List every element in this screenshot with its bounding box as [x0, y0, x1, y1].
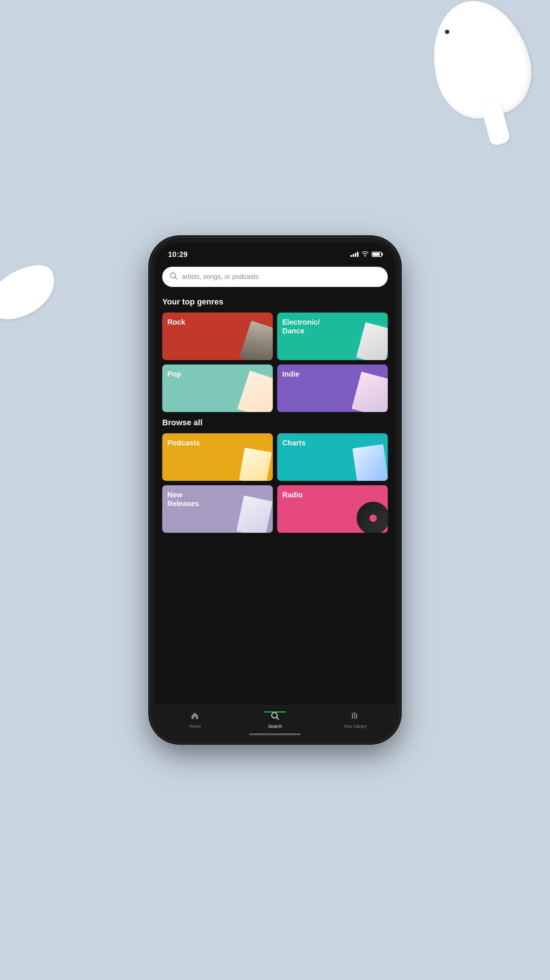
screen-content[interactable]: artists, songs, or podcasts Your top gen…	[155, 261, 395, 738]
genre-art-rock	[239, 321, 273, 360]
genre-label-rock: Rock	[167, 318, 185, 326]
svg-line-3	[276, 717, 279, 719]
genre-art-electronic	[356, 322, 388, 360]
search-bar-container: artists, songs, or podcasts	[155, 261, 395, 294]
svg-rect-6	[356, 714, 357, 719]
genre-label-electronic: Electronic/Dance	[282, 318, 320, 335]
genre-card-rock[interactable]: Rock	[162, 312, 273, 360]
browse-label-new-releases: NewReleases	[167, 490, 199, 508]
browse-card-charts[interactable]: Charts	[277, 433, 388, 481]
genre-grid: Rock Electronic/Dance Pop Indie	[155, 312, 395, 415]
browse-art-charts	[352, 444, 388, 481]
status-time: 10:29	[168, 250, 188, 259]
genre-card-electronic[interactable]: Electronic/Dance	[277, 312, 388, 360]
genre-card-pop[interactable]: Pop	[162, 364, 273, 412]
nav-label-library: Your Library	[343, 724, 367, 729]
top-genres-title: Your top genres	[155, 294, 395, 312]
home-icon	[190, 711, 199, 722]
svg-line-1	[175, 277, 177, 280]
browse-label-podcasts: Podcasts	[167, 438, 200, 447]
status-icons	[351, 251, 382, 258]
airpod-left	[0, 255, 65, 330]
genre-label-pop: Pop	[167, 370, 181, 379]
browse-all-title: Browse all	[155, 415, 395, 433]
browse-card-radio[interactable]: Radio	[277, 485, 388, 533]
phone-screen: 10:29	[155, 242, 395, 738]
phone-frame: 10:29	[150, 237, 400, 743]
search-bar[interactable]: artists, songs, or podcasts	[162, 267, 388, 287]
genre-label-indie: Indie	[282, 370, 300, 379]
airpod-top-right	[419, 0, 542, 127]
nav-item-search[interactable]: Search	[235, 711, 315, 729]
nav-item-home[interactable]: Home	[155, 711, 235, 729]
browse-label-radio: Radio	[282, 490, 303, 499]
search-icon	[169, 272, 178, 282]
nav-label-search: Search	[268, 724, 282, 729]
genre-card-indie[interactable]: Indie	[277, 364, 388, 412]
browse-art-podcasts	[239, 447, 272, 481]
svg-rect-4	[352, 713, 353, 719]
nav-label-home: Home	[189, 724, 201, 729]
genre-art-indie	[352, 371, 388, 412]
browse-art-radio	[355, 500, 388, 533]
svg-rect-5	[354, 712, 355, 719]
home-indicator	[249, 733, 301, 735]
nav-active-indicator	[264, 711, 286, 713]
genre-art-pop	[237, 371, 273, 412]
browse-art-new-releases	[236, 495, 273, 533]
search-nav-icon	[271, 711, 279, 722]
signal-bars-icon	[351, 252, 359, 257]
wifi-icon	[362, 251, 369, 258]
browse-card-podcasts[interactable]: Podcasts	[162, 433, 273, 481]
library-icon	[351, 711, 360, 722]
notch	[242, 242, 308, 255]
browse-label-charts: Charts	[282, 438, 305, 447]
search-input-placeholder[interactable]: artists, songs, or podcasts	[182, 273, 258, 281]
battery-icon	[371, 252, 382, 257]
browse-grid: Podcasts Charts NewReleases Radio	[155, 433, 395, 539]
browse-card-new-releases[interactable]: NewReleases	[162, 485, 273, 533]
nav-item-library[interactable]: Your Library	[315, 711, 395, 729]
